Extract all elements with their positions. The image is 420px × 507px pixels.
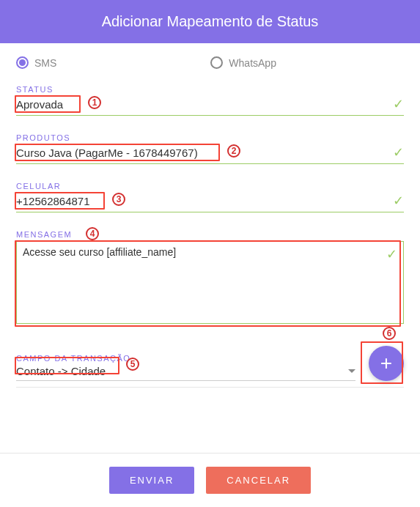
radio-icon bbox=[210, 56, 223, 69]
check-icon: ✓ bbox=[393, 193, 404, 209]
input-celular[interactable] bbox=[16, 195, 393, 207]
dialog-footer: ENVIAR CANCELAR bbox=[0, 453, 420, 507]
row-campo-transacao: CAMPO DA TRANSAÇÃO + 5 6 bbox=[16, 346, 404, 381]
field-produtos: PRODUTOS ✓ 2 bbox=[16, 133, 404, 164]
label-celular: CELULAR bbox=[16, 182, 404, 190]
check-icon: ✓ bbox=[386, 246, 397, 262]
plus-icon: + bbox=[380, 352, 392, 375]
label-campo-transacao: CAMPO DA TRANSAÇÃO bbox=[16, 354, 355, 363]
radio-sms[interactable]: SMS bbox=[16, 56, 56, 69]
check-icon: ✓ bbox=[393, 144, 404, 160]
field-campo-transacao: CAMPO DA TRANSAÇÃO bbox=[16, 354, 355, 381]
dialog-header: Adicionar Mapeamento de Status bbox=[0, 0, 420, 43]
field-status: STATUS ✓ 1 bbox=[16, 85, 404, 116]
radio-whatsapp-label: WhatsApp bbox=[229, 57, 276, 69]
dialog-title: Adicionar Mapeamento de Status bbox=[102, 13, 319, 29]
radio-icon-selected bbox=[16, 56, 29, 69]
cancel-button[interactable]: CANCELAR bbox=[206, 467, 311, 494]
radio-sms-label: SMS bbox=[34, 57, 56, 69]
check-icon: ✓ bbox=[393, 96, 404, 112]
submit-button[interactable]: ENVIAR bbox=[109, 467, 194, 494]
input-status[interactable] bbox=[16, 98, 393, 111]
annotation-6: 6 bbox=[383, 327, 396, 340]
input-produtos[interactable] bbox=[16, 147, 393, 159]
field-celular: CELULAR ✓ 3 bbox=[16, 182, 404, 212]
dialog-content: SMS WhatsApp STATUS ✓ 1 PRODUTOS ✓ 2 CEL… bbox=[0, 43, 420, 453]
divider bbox=[16, 387, 404, 388]
label-mensagem: MENSAGEM bbox=[16, 230, 404, 239]
label-produtos: PRODUTOS bbox=[16, 133, 404, 142]
select-value[interactable] bbox=[16, 365, 348, 377]
add-button[interactable]: + bbox=[369, 346, 404, 381]
channel-radio-group: SMS WhatsApp bbox=[16, 56, 404, 69]
field-mensagem: MENSAGEM 4 Acesse seu curso [affiliate_n… bbox=[16, 230, 404, 324]
select-campo-transacao[interactable] bbox=[16, 365, 355, 381]
chevron-down-icon bbox=[348, 369, 355, 373]
radio-whatsapp[interactable]: WhatsApp bbox=[210, 56, 276, 69]
label-status: STATUS bbox=[16, 85, 404, 94]
textarea-mensagem[interactable]: Acesse seu curso [affiliate_name] bbox=[23, 246, 397, 316]
